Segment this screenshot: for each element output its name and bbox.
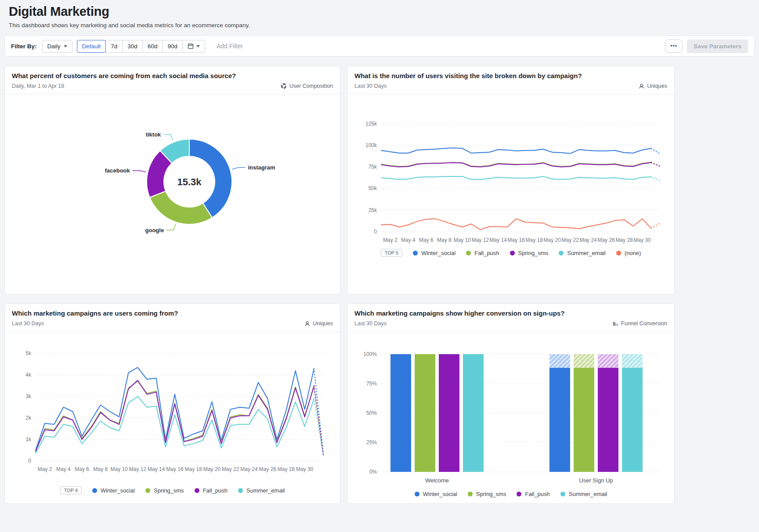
svg-text:0: 0 (374, 229, 377, 235)
svg-text:May 28: May 28 (615, 237, 633, 243)
legend-item-fall-push[interactable]: Fall_push (466, 250, 499, 256)
panel-title[interactable]: Which marketing campaigns are users comi… (12, 309, 178, 317)
legend-label: Winter_social (101, 487, 135, 494)
svg-text:May 24: May 24 (579, 237, 597, 243)
person-icon (304, 321, 310, 327)
svg-text:instagram: instagram (248, 164, 275, 171)
range-button-60d[interactable]: 60d (142, 40, 163, 53)
svg-text:2k: 2k (25, 415, 32, 421)
svg-text:May 16: May 16 (508, 237, 525, 243)
line-chart[interactable]: 025k50k75k100k125kMay 2May 4May 6May 8Ma… (354, 99, 668, 244)
svg-text:May 4: May 4 (56, 466, 71, 472)
panel-title[interactable]: Which marketing campaigns show higher co… (354, 309, 564, 317)
donut-chart[interactable]: instagramgooglefacebooktiktok15.3k (11, 99, 325, 291)
panel-header: Which marketing campaigns are users comi… (5, 304, 340, 332)
bar-chart[interactable]: 0%25%50%75%100%WelcomeUser Sign Up (354, 336, 668, 485)
svg-text:50k: 50k (369, 185, 377, 191)
legend-item-spring-sms[interactable]: Spring_sms (468, 491, 506, 497)
range-button-7d[interactable]: 7d (105, 40, 123, 53)
donut-icon (281, 83, 287, 89)
metric-type: Funnel Conversion (613, 320, 667, 327)
svg-text:May 8: May 8 (437, 237, 452, 243)
metric-type: Uniques (304, 320, 333, 327)
legend-label: Spring_sms (154, 487, 184, 494)
svg-text:May 30: May 30 (633, 237, 651, 243)
svg-text:4k: 4k (25, 372, 32, 378)
panel-funnel-conversion: Which marketing campaigns show higher co… (347, 303, 675, 504)
interval-dropdown[interactable]: Daily (42, 40, 72, 53)
panel-date-range: Last 30 Days (354, 320, 564, 327)
svg-text:May 22: May 22 (561, 237, 579, 243)
page-subtitle: This dashboard shows key marketing and s… (9, 22, 755, 29)
panel-title[interactable]: What percent of customers are coming fro… (12, 72, 236, 79)
svg-text:May 4: May 4 (401, 237, 416, 243)
chart-legend: Winter_socialSpring_smsFall_pushSummer_e… (354, 487, 668, 497)
svg-text:May 16: May 16 (166, 466, 184, 472)
svg-text:25%: 25% (366, 439, 377, 446)
metric-label: Uniques (313, 320, 333, 327)
legend-dot (616, 251, 621, 255)
custom-date-button[interactable] (182, 40, 205, 53)
svg-text:May 26: May 26 (259, 466, 277, 472)
legend-label: Spring_sms (476, 491, 506, 497)
panel-title[interactable]: What is the number of users visiting the… (354, 72, 582, 79)
legend-label: (none) (625, 250, 641, 256)
legend-item-winter-social[interactable]: Winter_social (92, 487, 135, 494)
chart-area: instagramgooglefacebooktiktok15.3k (5, 94, 340, 293)
range-button-90d[interactable]: 90d (162, 40, 183, 53)
range-button-30d[interactable]: 30d (122, 40, 143, 53)
panel-social-media-source: What percent of customers are coming fro… (4, 66, 340, 295)
panel-date-range: Last 30 Days (354, 83, 582, 89)
svg-text:May 22: May 22 (222, 466, 239, 472)
legend-dot (195, 488, 199, 493)
chart-area: 01k2k3k4k5kMay 2May 4May 6May 8May 10May… (5, 332, 340, 494)
svg-text:May 20: May 20 (203, 466, 221, 472)
range-button-default[interactable]: Default (77, 40, 106, 53)
svg-text:May 14: May 14 (490, 237, 507, 243)
legend-dot (466, 251, 471, 255)
legend-item-winter-social[interactable]: Winter_social (413, 250, 455, 256)
svg-text:May 8: May 8 (94, 466, 108, 472)
add-filter-button[interactable]: Add Filter (214, 42, 246, 50)
svg-text:Welcome: Welcome (425, 477, 449, 484)
filter-bar-actions: ••• Save Parameters (665, 40, 748, 53)
legend-dot (517, 492, 521, 496)
svg-text:May 6: May 6 (75, 466, 89, 472)
legend-item-summer-email[interactable]: Summer_email (560, 491, 607, 497)
line-chart[interactable]: 01k2k3k4k5kMay 2May 4May 6May 8May 10May… (11, 336, 334, 481)
svg-text:May 30: May 30 (296, 466, 314, 472)
legend-dot (413, 251, 418, 255)
svg-text:May 14: May 14 (148, 466, 165, 472)
legend-item--none-[interactable]: (none) (616, 250, 641, 256)
svg-text:125k: 125k (365, 121, 377, 127)
panel-header: Which marketing campaigns show higher co… (347, 304, 674, 332)
legend-item-summer-email[interactable]: Summer_email (238, 487, 285, 494)
legend-item-summer-email[interactable]: Summer_email (559, 250, 605, 256)
panel-visits-by-campaign: What is the number of users visiting the… (347, 66, 675, 295)
panel-date-range: Last 30 Days (12, 320, 178, 327)
svg-text:May 2: May 2 (38, 466, 52, 472)
svg-text:75%: 75% (366, 381, 377, 387)
top-n-badge: TOP 4 (60, 486, 82, 494)
svg-text:May 12: May 12 (129, 466, 147, 472)
legend-item-spring-sms[interactable]: Spring_sms (145, 487, 184, 494)
calendar-icon (188, 43, 194, 49)
metric-label: User Composition (289, 83, 333, 89)
svg-text:100%: 100% (363, 351, 377, 357)
legend-item-fall-push[interactable]: Fall_push (517, 491, 549, 497)
legend-item-winter-social[interactable]: Winter_social (415, 491, 457, 497)
svg-text:May 26: May 26 (597, 237, 615, 243)
legend-item-fall-push[interactable]: Fall_push (195, 487, 228, 494)
save-parameters-button[interactable]: Save Parameters (687, 40, 748, 53)
date-range-button-group: Default 7d 30d 60d 90d (77, 40, 205, 53)
svg-text:May 12: May 12 (472, 237, 489, 243)
legend-dot (92, 488, 97, 493)
svg-text:May 2: May 2 (383, 237, 398, 243)
legend-label: Spring_sms (518, 250, 549, 256)
svg-text:15.3k: 15.3k (177, 176, 202, 187)
filter-bar: Filter By: Daily Default 7d 30d 60d 90d … (4, 36, 755, 57)
legend-dot (468, 492, 473, 496)
more-options-button[interactable]: ••• (665, 40, 683, 53)
legend-dot (145, 488, 150, 493)
legend-item-spring-sms[interactable]: Spring_sms (510, 250, 549, 256)
